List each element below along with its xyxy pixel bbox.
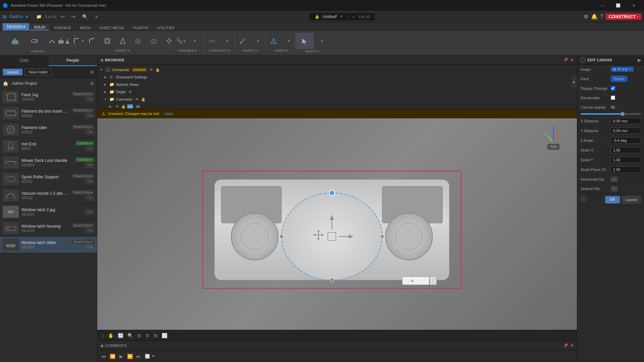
assemble-more-btn[interactable]: ▼ [187, 34, 202, 48]
browser-pin-btn[interactable]: 📌 [564, 58, 568, 62]
anim-first-btn[interactable]: ⏮ [100, 353, 107, 360]
sidebar-settings-icon[interactable]: ⚙ [90, 81, 94, 86]
scale-btn[interactable] [131, 34, 146, 48]
list-item[interactable]: Mower Deck Lock Handle 10/29/22 Editable… [0, 155, 97, 171]
minimize-button[interactable]: — [595, 0, 610, 11]
tab-utilities[interactable]: UTILITIES [153, 25, 178, 31]
joint-btn[interactable] [172, 34, 187, 48]
list-item[interactable]: Filament dry box Insert base 9/29/22 Rea… [0, 105, 97, 122]
tree-item-doc-settings[interactable]: ▶ ⚙ Document Settings [97, 73, 577, 81]
nav-orbit-icon[interactable]: 🔄 [116, 332, 125, 339]
viewport[interactable]: X Y Z TOP [97, 118, 577, 330]
opacity-slider[interactable] [581, 113, 641, 115]
user-menu[interactable]: DanPro [9, 14, 23, 19]
new-folder-button[interactable]: New Folder [24, 68, 52, 76]
scale-x-input[interactable] [611, 147, 641, 153]
comments-settings-btn[interactable]: ▼ [570, 343, 574, 348]
insert-mesh-btn[interactable] [266, 34, 281, 48]
x-distance-input[interactable] [611, 118, 641, 124]
tree-item-canvases[interactable]: ▼ 📁 Canvases 👁 🔒 [97, 96, 577, 103]
eye-icon[interactable]: 👁 [128, 90, 132, 94]
help-icon[interactable]: ? [600, 14, 603, 20]
fit-view-icon[interactable]: ⊞ [136, 332, 143, 339]
grid-icon[interactable]: ⊞ [152, 332, 159, 339]
insert-more-btn[interactable]: ▼ [282, 34, 297, 48]
inspect-more-btn[interactable]: ▼ [251, 34, 266, 48]
design-dropdown[interactable]: DESIGN ▾ [3, 23, 29, 31]
tree-item-root[interactable]: ▼ ⬛ (Unsaved) Unsaved 👁 🔒 [97, 66, 577, 73]
redo-button[interactable]: ↪ [69, 13, 77, 20]
nav-pan-icon[interactable]: ✋ [107, 332, 115, 339]
anim-play-btn[interactable]: ▶ [117, 353, 125, 360]
settings-icon[interactable]: ⚙ [90, 69, 94, 75]
revolve-btn[interactable] [25, 33, 44, 49]
anim-prev-btn[interactable]: ⏪ [109, 353, 116, 360]
close-tab-icon[interactable]: ✕ [340, 14, 343, 19]
tab-plastic[interactable]: PLASTIC [129, 25, 153, 31]
h-flip-btn[interactable]: ↔ [611, 177, 618, 182]
eye-icon[interactable]: 👁 [115, 105, 119, 109]
display-through-checkbox[interactable] [611, 86, 615, 90]
cancel-button[interactable]: Cancel [622, 196, 641, 203]
combine-btn[interactable] [146, 34, 161, 48]
list-item[interactable]: Vacuum nozzle 1.5 abs end 10/5/22 Read-O… [0, 187, 97, 204]
ok-button[interactable]: OK [605, 196, 620, 203]
renderable-checkbox[interactable] [611, 96, 615, 100]
close-doc-button[interactable]: ✕ [93, 13, 101, 20]
anim-last-btn[interactable]: ⏭ [135, 353, 142, 360]
save-button[interactable]: Save [165, 112, 173, 116]
offset-plane-btn[interactable] [205, 34, 219, 48]
scale-y-input[interactable] [611, 157, 641, 163]
comments-pin-btn[interactable]: 📌 [564, 343, 568, 348]
panel-side-expand[interactable]: ▶ [638, 57, 641, 63]
upload-button[interactable]: Upload [3, 69, 22, 75]
panel-side-arrow[interactable]: ▶ [572, 75, 577, 89]
list-item[interactable]: Hot End 9/6/22 Editable ▾ V1▾ [0, 138, 97, 155]
v-flip-btn[interactable]: ↕ [611, 186, 618, 191]
undo-button[interactable]: ↩ [59, 13, 67, 20]
list-item[interactable]: Spool Roller Support 9/20/22 Read-Only ▾… [0, 171, 97, 187]
tab-data[interactable]: Data [0, 55, 49, 66]
measure-btn[interactable] [235, 34, 250, 48]
tab-sheet-metal[interactable]: SHEET METAL [95, 25, 128, 31]
chamfer-btn[interactable] [85, 34, 99, 48]
tree-item-origin[interactable]: ▶ 📁 Origin 👁 [97, 88, 577, 96]
list-item[interactable]: IMG Window latch 2.jpg 10/12/22 V1▾ [0, 204, 97, 220]
select-more-btn[interactable]: ▼ [315, 34, 329, 48]
construct-more-btn[interactable]: ▼ [220, 34, 235, 48]
eye-icon[interactable]: 👁 [135, 97, 139, 101]
list-item[interactable]: Window latch housing 10/12/22 Read-Only … [0, 220, 97, 237]
nav-zoom-icon[interactable]: 🔍 [126, 332, 135, 339]
tab-surface[interactable]: SURFACE [50, 25, 75, 31]
display-settings-icon[interactable]: ⚙ [144, 332, 151, 339]
remove-image-btn[interactable]: ✕ [629, 67, 632, 71]
fillet-btn[interactable] [69, 34, 84, 48]
view-cube-icon[interactable]: ⬜ [160, 332, 169, 339]
face-select-btn[interactable]: Select [611, 76, 627, 82]
info-footer-icon[interactable]: i [581, 196, 586, 201]
slider-thumb[interactable] [621, 112, 625, 116]
comments-collapse-btn[interactable]: ◀ [100, 343, 103, 348]
close-button[interactable]: ✕ [626, 0, 641, 11]
search-button[interactable]: 🔍 [80, 13, 90, 20]
tab-mesh[interactable]: MESH [76, 25, 95, 31]
tree-item-named-views[interactable]: ▶ 📁 Named Views [97, 81, 577, 88]
shell-btn[interactable] [100, 34, 115, 48]
anim-next-btn[interactable]: ⏩ [126, 353, 133, 360]
tab-people[interactable]: People [49, 55, 97, 66]
create-sketch-btn[interactable] [0, 33, 5, 49]
list-item[interactable]: Filament roller 9/28/22 Read-Only ▾ V3▾ [0, 122, 97, 138]
notifications-icon[interactable]: 🔔 [591, 13, 598, 20]
y-distance-input[interactable] [611, 128, 641, 134]
new-tab-button[interactable]: + [352, 15, 354, 19]
extrude-btn[interactable] [6, 33, 24, 49]
z-angle-input[interactable] [611, 137, 641, 143]
tab-solid[interactable]: SOLID [30, 24, 49, 31]
maximize-button[interactable]: ⬜ [610, 0, 626, 11]
browser-collapse-btn[interactable]: ◀ [100, 58, 103, 62]
select-btn[interactable] [295, 33, 314, 49]
settings-icon[interactable]: ⚙ [584, 13, 588, 20]
scale-plane-xy-input[interactable] [611, 167, 641, 173]
info-icon[interactable]: i [580, 57, 585, 63]
list-item[interactable]: Feed Jug 10/28/22 Read-Only ▾ V3▾ [0, 89, 97, 105]
